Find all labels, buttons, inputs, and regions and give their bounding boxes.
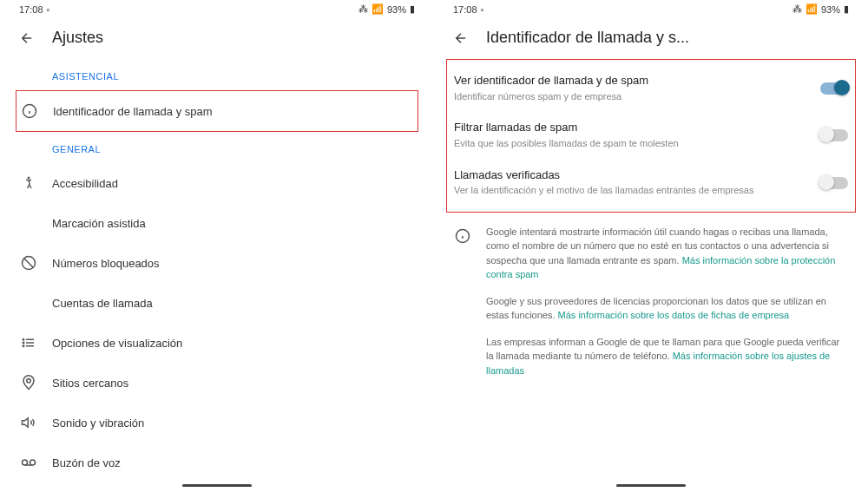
nav-indicator: [616, 484, 686, 487]
info-block: Google intentará mostrarte información ú…: [453, 225, 849, 390]
info-text: Google intentará mostrarte información ú…: [486, 225, 849, 390]
accessibility-icon: [19, 174, 38, 193]
toggle-subtitle: Identificar números spam y de empresa: [454, 90, 810, 103]
item-caller-id-spam[interactable]: Identificador de llamada y spam: [16, 90, 418, 132]
status-time: 17:08: [453, 4, 477, 15]
toggle-verified-calls[interactable]: Llamadas verificadas Ver la identificaci…: [454, 160, 848, 207]
location-icon: [19, 373, 38, 392]
toggle-switch[interactable]: [820, 82, 848, 95]
status-time: 17:08: [19, 4, 43, 15]
toggle-subtitle: Evita que las posibles llamadas de spam …: [454, 137, 810, 150]
status-bar: 17:08 ▫ ⁂ 📶 93% ▮: [434, 0, 868, 16]
item-label: Sitios cercanos: [52, 377, 128, 390]
section-general: GENERAL: [19, 132, 415, 163]
voicemail-icon: [19, 453, 38, 472]
section-asistencial: ASISTENCIAL: [19, 59, 415, 90]
item-blocked-numbers[interactable]: Números bloqueados: [19, 243, 415, 283]
toggle-title: Ver identificador de llamada y de spam: [454, 74, 810, 89]
caller-id-content: Ver identificador de llamada y de spam I…: [434, 59, 868, 479]
toggle-filter-spam[interactable]: Filtrar llamadas de spam Evita que las p…: [454, 112, 848, 159]
item-label: Opciones de visualización: [52, 337, 182, 350]
item-label: Buzón de voz: [52, 456, 121, 469]
nav-indicator: [182, 484, 252, 487]
svg-point-11: [23, 345, 24, 347]
settings-screen: 17:08 ▫ ⁂ 📶 93% ▮ Ajustes ASISTENCIAL Id…: [0, 0, 434, 492]
item-assisted-dial[interactable]: Marcación asistida: [19, 203, 415, 243]
bluetooth-icon: ⁂: [792, 3, 802, 15]
svg-point-15: [30, 460, 36, 465]
toggle-subtitle: Ver la identificación y el motivo de las…: [454, 184, 810, 197]
page-title: Ajustes: [52, 29, 103, 47]
back-arrow-icon[interactable]: [19, 30, 35, 46]
svg-point-10: [23, 342, 24, 344]
svg-point-3: [28, 177, 30, 180]
volume-icon: [19, 413, 38, 432]
svg-line-5: [24, 259, 34, 268]
page-title: Identificador de llamada y s...: [486, 29, 689, 47]
notification-icon: ▫: [47, 4, 50, 15]
block-icon: [19, 253, 38, 272]
svg-point-14: [23, 460, 28, 465]
battery-icon: ▮: [844, 3, 849, 15]
item-display-options[interactable]: Opciones de visualización: [19, 323, 415, 363]
header: Ajustes: [0, 22, 434, 59]
link-business-data[interactable]: Más información sobre los datos de ficha…: [558, 310, 790, 320]
list-icon: [19, 333, 38, 352]
battery-percent: 93%: [387, 4, 406, 15]
caller-id-spam-screen: 17:08 ▫ ⁂ 📶 93% ▮ Identificador de llama…: [434, 0, 868, 492]
toggle-switch[interactable]: [820, 177, 848, 189]
toggle-section-highlighted: Ver identificador de llamada y de spam I…: [446, 59, 856, 213]
info-circle-icon: [20, 102, 39, 121]
header: Identificador de llamada y s...: [434, 22, 868, 59]
toggle-switch[interactable]: [820, 129, 848, 141]
svg-point-12: [27, 379, 31, 384]
toggle-title: Filtrar llamadas de spam: [454, 121, 810, 135]
signal-icon: 📶: [372, 3, 384, 15]
item-label: Identificador de llamada y spam: [53, 105, 213, 118]
item-label: Números bloqueados: [52, 257, 160, 270]
battery-percent: 93%: [821, 4, 840, 15]
item-nearby-places[interactable]: Sitios cercanos: [19, 363, 415, 403]
item-label: Accesibilidad: [52, 177, 118, 190]
item-label: Sonido y vibración: [52, 417, 144, 430]
item-label: Marcación asistida: [52, 217, 146, 230]
toggle-title: Llamadas verificadas: [454, 168, 810, 183]
item-voicemail[interactable]: Buzón de voz: [19, 443, 415, 479]
item-call-accounts[interactable]: Cuentas de llamada: [19, 283, 415, 323]
back-arrow-icon[interactable]: [453, 30, 469, 46]
notification-icon: ▫: [481, 4, 484, 15]
battery-icon: ▮: [410, 3, 415, 15]
svg-point-9: [23, 339, 24, 341]
toggle-see-caller-id[interactable]: Ver identificador de llamada y de spam I…: [454, 65, 848, 112]
item-sound-vibration[interactable]: Sonido y vibración: [19, 403, 415, 443]
info-circle-icon: [453, 226, 472, 246]
item-accessibility[interactable]: Accesibilidad: [19, 163, 415, 203]
bluetooth-icon: ⁂: [358, 3, 368, 15]
status-bar: 17:08 ▫ ⁂ 📶 93% ▮: [0, 0, 434, 16]
signal-icon: 📶: [806, 3, 818, 15]
item-label: Cuentas de llamada: [52, 297, 153, 310]
svg-marker-13: [23, 418, 29, 428]
settings-list: ASISTENCIAL Identificador de llamada y s…: [0, 59, 434, 479]
